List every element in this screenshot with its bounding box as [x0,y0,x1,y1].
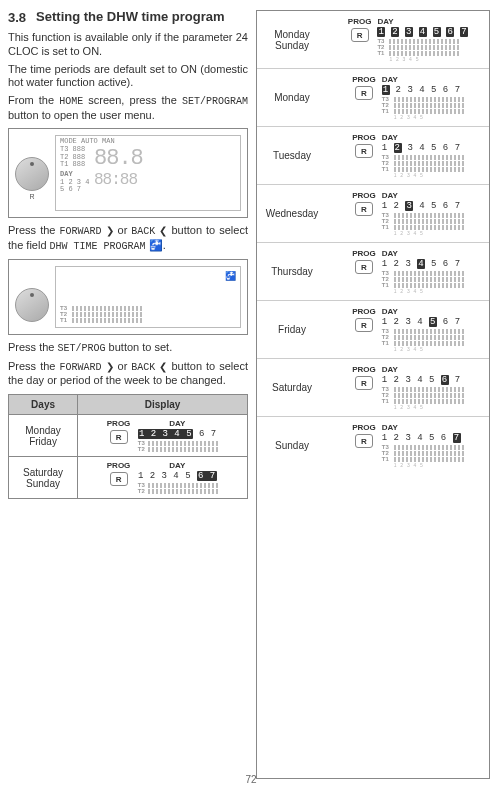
table-row: MondayPROGRDAY1 2 3 4 5 6 7T3T2T11 2 3 4… [257,69,489,127]
display-cell: PROGRDAY1 2 3 4 5 6 7T3T2T11 2 3 4 5 [327,417,489,475]
day-numbers: 1 2 3 4 5 6 7 [382,433,464,443]
r-button-icon: R [355,318,373,332]
rotary-knob-icon: R [15,157,49,191]
bar-strip [394,271,464,276]
prog-label: PROG [352,191,376,200]
day-numbers: 1 2 3 4 5 6 7 [136,471,218,481]
days-display-table: Days Display Monday Friday PROG R DAY 1 … [8,394,248,499]
display-cell: PROGRDAY1 2 3 4 5 6 7T3T2T11 2 3 4 5 [327,359,489,417]
prog-label: PROG [352,133,376,142]
bar-strip [394,155,464,160]
forward-chevron-icon: ❯ [106,225,114,238]
display-cell: PROGRDAY1 2 3 4 5 6 7T3T2T11 2 3 4 5 [327,11,489,69]
bar-strip [394,399,464,404]
r-button-icon: R [355,144,373,158]
paragraph-2: The time periods are default set to ON (… [8,63,248,91]
table-row: ThursdayPROGRDAY1 2 3 4 5 6 7T3T2T11 2 3… [257,243,489,301]
bar-strip [394,277,464,282]
bar-strip [394,167,464,172]
paragraph-4: Press the FORWARD ❯ or BACK ❮ button to … [8,224,248,253]
day-name-cell: Monday [257,69,327,127]
day-range-label: Monday Friday [9,415,78,457]
rotary-knob-icon [15,288,49,322]
table-row: SundayPROGRDAY1 2 3 4 5 6 7T3T2T11 2 3 4… [257,417,489,475]
r-button-icon: R [355,86,373,100]
day-label: DAY [382,307,464,316]
table-row: Saturday Sunday PROG R DAY 1 2 3 4 5 6 7… [9,457,248,499]
back-chevron-icon: ❮ [159,361,167,374]
r-button-icon: R [355,376,373,390]
day-name-cell: Sunday [257,417,327,475]
bar-strip [394,161,464,166]
bar-strip [394,109,464,114]
day-numbers: 1 2 3 4 5 6 7 [382,143,464,153]
day-label: DAY [382,191,464,200]
para1-text: This function is available only if the p… [8,31,248,57]
day-name-cell: Thursday [257,243,327,301]
paragraph-3: From the HOME screen, press the SET/PROG… [8,94,248,122]
bar-strip [394,283,464,288]
page-number: 72 [245,774,256,785]
display-cell: PROGRDAY1 2 3 4 5 6 7T3T2T11 2 3 4 5 [327,243,489,301]
table-row: Monday SundayPROGRDAY1 2 3 4 5 6 7T3T2T1… [257,11,489,69]
day-range-label: Saturday Sunday [9,457,78,499]
r-button-icon: R [351,28,369,42]
th-days: Days [9,395,78,415]
bar-strip [389,51,459,56]
table-row: WednesdayPROGRDAY1 2 3 4 5 6 7T3T2T11 2 … [257,185,489,243]
bar-strip [394,329,464,334]
display-cell: PROGRDAY1 2 3 4 5 6 7T3T2T11 2 3 4 5 [327,301,489,359]
paragraph-5: Press the SET/PROG button to set. [8,341,248,356]
prog-label: PROG [107,461,131,470]
prog-label: PROG [352,307,376,316]
back-chevron-icon: ❮ [159,225,167,238]
day-label: DAY [136,419,218,428]
prog-label: PROG [107,419,131,428]
paragraph-6: Press the FORWARD ❯ or BACK ❮ button to … [8,360,248,388]
day-name-cell: Monday Sunday [257,11,327,69]
bar-strip [394,451,464,456]
prog-label: PROG [352,365,376,374]
day-name-cell: Wednesday [257,185,327,243]
r-button-icon: R [110,430,128,444]
bar-strip [394,97,464,102]
th-display: Display [78,395,248,415]
section-number: 3.8 [8,10,26,25]
bar-strip [394,387,464,392]
section-title: Setting the DHW time program [36,10,225,25]
day-name-cell: Tuesday [257,127,327,185]
day-numbers: 1 2 3 4 5 6 7 [382,201,464,211]
display-cell: PROGRDAY1 2 3 4 5 6 7T3T2T11 2 3 4 5 [327,69,489,127]
display-cell: PROG R DAY 1 2 3 4 5 6 7 T3 T2 [78,415,248,457]
day-numbers: 1 2 3 4 5 6 7 [136,429,218,439]
day-numbers: 1 2 3 4 5 6 7 [382,85,464,95]
day-label: DAY [382,365,464,374]
day-label: DAY [382,249,464,258]
r-button-icon: R [355,260,373,274]
time-scale: 1 2 3 4 5 [394,404,464,410]
right-column: Monday SundayPROGRDAY1 2 3 4 5 6 7T3T2T1… [256,10,490,779]
lcd-screenshot-2: 🚰 T3 T2 T1 [8,259,248,335]
r-button-icon: R [355,434,373,448]
time-scale: 1 2 3 4 5 [394,114,464,120]
prog-label: PROG [352,423,376,432]
left-column: 3.8 Setting the DHW time program This fu… [8,10,248,779]
day-name-cell: Saturday [257,359,327,417]
bar-strip [394,393,464,398]
day-label: DAY [136,461,218,470]
display-cell: PROGRDAY1 2 3 4 5 6 7T3T2T11 2 3 4 5 [327,185,489,243]
day-label: DAY [377,17,468,26]
bar-strip [394,103,464,108]
table-row: FridayPROGRDAY1 2 3 4 5 6 7T3T2T11 2 3 4… [257,301,489,359]
right-days-table: Monday SundayPROGRDAY1 2 3 4 5 6 7T3T2T1… [257,11,489,474]
section-heading: 3.8 Setting the DHW time program [8,10,248,25]
bar-strip [394,335,464,340]
time-scale: 1 2 3 4 5 [394,462,464,468]
day-numbers: 1 2 3 4 5 6 7 [377,27,468,37]
day-numbers: 1 2 3 4 5 6 7 [382,259,464,269]
table-row: TuesdayPROGRDAY1 2 3 4 5 6 7T3T2T11 2 3 … [257,127,489,185]
bar-strip [394,445,464,450]
table-row: Monday Friday PROG R DAY 1 2 3 4 5 6 7 T… [9,415,248,457]
day-label: DAY [382,423,464,432]
time-scale: 1 2 3 4 5 [394,346,464,352]
